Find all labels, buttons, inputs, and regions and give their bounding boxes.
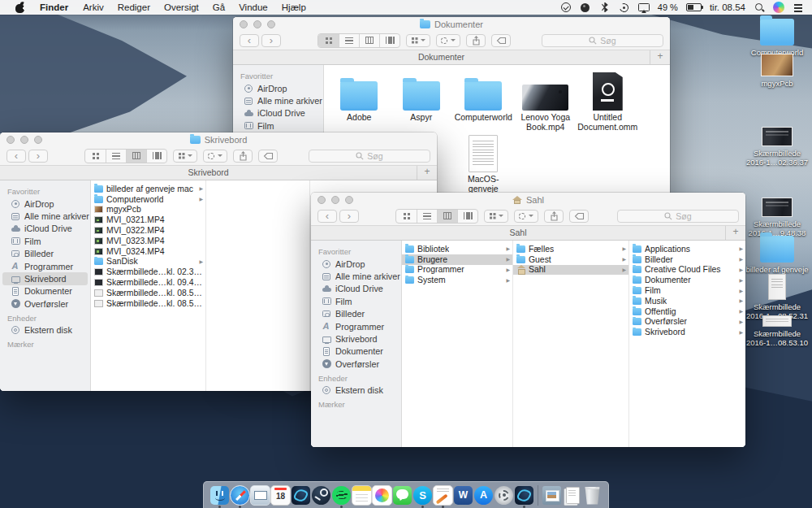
file-row[interactable]: Skærmbillede…kl. 09.48.38 ▶ (91, 277, 205, 288)
tag-button[interactable] (569, 210, 589, 223)
sidebar-item[interactable]: Alle mine arkiver (311, 270, 401, 282)
icon-view-button[interactable] (396, 210, 417, 223)
search-field[interactable]: Søg (309, 150, 430, 163)
action-button[interactable] (514, 210, 538, 223)
menu-item[interactable]: Rediger (118, 2, 150, 12)
title-bar[interactable]: Sahl (311, 193, 745, 206)
new-tab-button[interactable]: + (725, 226, 745, 240)
file-row[interactable]: Skærmbillede…kl. 08.52.31 ▶ (91, 288, 205, 298)
title-bar[interactable]: Skrivebord (0, 132, 437, 146)
camera-status-icon[interactable] (580, 2, 591, 13)
menu-item[interactable]: Arkiv (83, 2, 104, 12)
sidebar-item[interactable]: AirDrop (233, 82, 323, 94)
calendar-dock-icon[interactable]: 18 (270, 484, 291, 506)
sidebar-item[interactable]: Alle mine arkiver (0, 210, 90, 222)
coverflow-view-button[interactable] (146, 150, 166, 163)
sidebar-item[interactable]: iCloud Drive (233, 107, 323, 119)
sidebar-item[interactable]: Billeder (311, 308, 401, 320)
file-icon[interactable]: Lenovo Yoga Book.mp4 (515, 72, 577, 133)
documents-stack-icon[interactable] (542, 484, 562, 506)
app-menu[interactable]: Finder (40, 2, 68, 12)
back-button[interactable]: ‹ (317, 210, 337, 223)
arrange-button[interactable] (484, 210, 508, 223)
file-row[interactable]: Dokumenter ▶ (629, 275, 745, 285)
spotlight-icon[interactable] (754, 2, 765, 13)
3d-app-dock-icon[interactable] (291, 484, 311, 506)
system-preferences-dock-icon[interactable] (494, 484, 514, 506)
trash-icon[interactable] (582, 484, 603, 506)
sidebar-item[interactable]: Ekstern disk (311, 384, 401, 397)
file-row[interactable]: Computerworld ▶ (91, 194, 205, 205)
file-row[interactable]: Skærmbillede…kl. 08.53.10 ▶ (91, 298, 205, 309)
file-icon[interactable]: Adobe (328, 72, 391, 133)
file-icon[interactable]: Computerworld (452, 72, 515, 133)
finder-dock-icon[interactable] (209, 484, 230, 506)
new-tab-button[interactable]: + (650, 50, 670, 64)
file-row[interactable]: SanDisk ▶ (91, 257, 205, 267)
file-row[interactable]: Musik ▶ (629, 296, 745, 306)
spotify-dock-icon[interactable] (331, 484, 352, 506)
file-row[interactable]: mgyxPcb ▶ (91, 205, 205, 215)
list-view-button[interactable] (339, 34, 359, 47)
sidebar-item[interactable]: Film (0, 235, 90, 247)
sidebar-item[interactable]: Skrivebord (311, 332, 401, 345)
sidebar-item[interactable]: Film (233, 119, 323, 132)
icon-view-button[interactable] (85, 150, 106, 163)
tab-sahl[interactable]: Sahl (311, 226, 725, 240)
file-row[interactable]: Sahl ▶ (513, 265, 628, 276)
3d-app-dock-icon[interactable] (514, 484, 534, 506)
file-row[interactable]: Film ▶ (629, 285, 745, 296)
skype-dock-icon[interactable] (412, 484, 433, 506)
file-row[interactable]: Offentlig ▶ (629, 306, 745, 317)
file-row[interactable]: Skrivebord ▶ (629, 327, 745, 337)
new-tab-button[interactable]: + (417, 166, 437, 180)
bluetooth-icon[interactable] (599, 2, 611, 13)
file-row[interactable]: Programmer ▶ (402, 265, 512, 276)
forward-button[interactable]: › (261, 34, 281, 47)
coverflow-view-button[interactable] (379, 34, 400, 47)
pages-dock-icon[interactable] (433, 484, 453, 506)
menu-bar-clock[interactable]: tir. 08.54 (710, 2, 745, 12)
downloads-stack-icon[interactable] (562, 484, 582, 506)
back-button[interactable]: ‹ (6, 150, 26, 163)
icon-view-button[interactable] (318, 34, 339, 47)
back-button[interactable]: ‹ (240, 34, 259, 47)
file-row[interactable]: Overførsler ▶ (629, 317, 745, 328)
column-view-button[interactable] (126, 150, 146, 163)
sync-status-icon[interactable] (619, 2, 630, 13)
file-row[interactable]: MVI_0322.MP4 ▶ (91, 225, 205, 236)
notes-dock-icon[interactable] (352, 484, 372, 506)
action-button[interactable] (203, 150, 227, 163)
tab-dokumenter[interactable]: Dokumenter (233, 50, 650, 64)
desktop-icon[interactable]: Skærmbillede 2016-1…08.53.10 (742, 315, 812, 347)
sidebar-item[interactable]: Programmer (311, 320, 401, 332)
file-icon[interactable]: Untitled Document.omm (577, 72, 639, 133)
desktop-icon[interactable]: mgyxPcb (742, 54, 812, 88)
sidebar-item[interactable]: Alle mine arkiver (233, 94, 323, 106)
safari-dock-icon[interactable] (230, 484, 250, 506)
sidebar-item[interactable]: Dokumenter (0, 285, 90, 297)
file-row[interactable]: Brugere ▶ (402, 254, 512, 265)
menu-item[interactable]: Vindue (239, 2, 268, 12)
file-row[interactable]: Guest ▶ (513, 254, 628, 265)
file-row[interactable]: Fælles ▶ (513, 244, 628, 254)
file-row[interactable]: Billeder ▶ (629, 254, 745, 265)
list-view-button[interactable] (417, 210, 437, 223)
file-row[interactable]: Creative Cloud Files ▶ (629, 265, 745, 276)
steam-dock-icon[interactable] (311, 484, 331, 506)
menu-item[interactable]: Hjælp (282, 2, 306, 12)
sidebar-item[interactable]: AirDrop (311, 258, 401, 270)
column-view-button[interactable] (437, 210, 457, 223)
messages-dock-icon[interactable] (392, 484, 412, 506)
mail-dock-icon[interactable] (250, 484, 270, 506)
sidebar-item[interactable]: Film (311, 295, 401, 307)
search-field[interactable]: Søg (542, 34, 663, 47)
action-button[interactable] (436, 34, 460, 47)
column-view-button[interactable] (359, 34, 379, 47)
checkmark-status-icon[interactable] (560, 2, 572, 13)
sidebar-item[interactable]: Dokumenter (311, 345, 401, 358)
file-row[interactable]: MVI_0324.MP4 ▶ (91, 246, 205, 257)
file-row[interactable]: System ▶ (402, 275, 512, 285)
tag-button[interactable] (258, 150, 278, 163)
dock-separator[interactable] (534, 484, 542, 506)
